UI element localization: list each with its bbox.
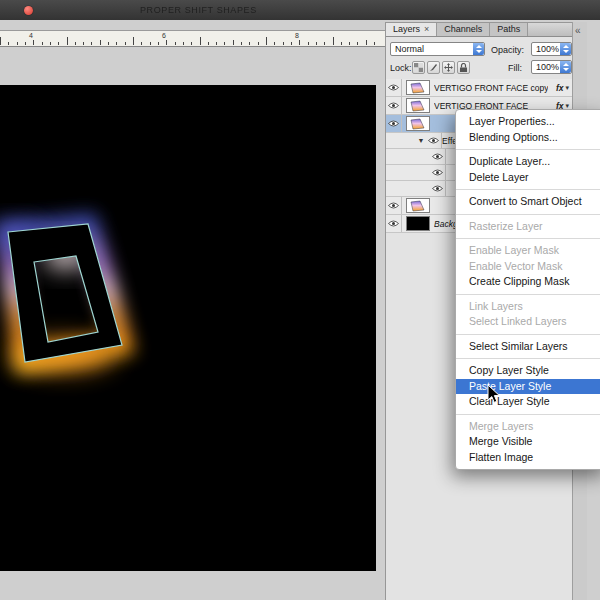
ruler-tick	[308, 42, 309, 45]
menu-item-convert-to-smart-object[interactable]: Convert to Smart Object	[456, 194, 600, 210]
ruler-tick	[83, 42, 84, 45]
tab-layers[interactable]: Layers×	[386, 23, 437, 36]
ruler-tick	[150, 42, 151, 45]
layer-thumbnail[interactable]	[406, 216, 430, 231]
menu-item-layer-properties[interactable]: Layer Properties...	[456, 114, 600, 130]
layer-visibility-toggle[interactable]	[386, 215, 402, 232]
ruler-tick	[258, 42, 259, 45]
layer-visibility-toggle[interactable]	[386, 79, 402, 96]
ruler-tick	[8, 42, 9, 45]
menu-item-paste-layer-style[interactable]: Paste Layer Style	[456, 379, 600, 395]
layer-visibility-toggle[interactable]	[386, 115, 402, 132]
menu-separator	[456, 334, 600, 335]
layer-thumbnail[interactable]	[406, 98, 430, 113]
menu-item-create-clipping-mask[interactable]: Create Clipping Mask	[456, 274, 600, 290]
titlebar: PROPER SHIFT SHAPES	[0, 0, 600, 20]
fill-input[interactable]: 100%	[531, 60, 572, 74]
layer-row[interactable]: VERTIGO FRONT FACE copyfx▾	[386, 79, 572, 97]
opacity-label: Opacity:	[491, 45, 524, 55]
ruler-number: 8	[295, 32, 299, 39]
layers-panel-controls: Normal Opacity: 100% Lock: Fill: 100%	[386, 37, 572, 81]
lock-move-icon[interactable]	[442, 61, 455, 74]
eye-icon	[432, 184, 443, 194]
layer-thumbnail[interactable]	[406, 80, 430, 95]
ruler-tick	[17, 42, 18, 45]
menu-separator	[456, 294, 600, 295]
window-title: PROPER SHIFT SHAPES	[140, 5, 257, 15]
effect-visibility-toggle[interactable]	[430, 149, 446, 164]
ruler-tick	[333, 37, 334, 45]
document-canvas[interactable]	[0, 85, 376, 571]
opacity-value: 100%	[536, 44, 559, 54]
ruler-tick	[357, 42, 358, 45]
ruler-tick	[116, 42, 117, 45]
layer-visibility-toggle[interactable]	[386, 97, 402, 114]
blend-mode-select[interactable]: Normal	[390, 42, 485, 56]
ruler-tick	[33, 40, 34, 45]
ruler-tick	[91, 42, 92, 45]
menu-item-select-linked-layers: Select Linked Layers	[456, 314, 600, 330]
stepper-icon[interactable]	[560, 61, 571, 73]
tab-channels[interactable]: Channels	[437, 23, 490, 36]
ruler-tick	[200, 37, 201, 45]
horizontal-ruler[interactable]: 468	[0, 30, 385, 47]
eye-icon	[388, 119, 399, 129]
menu-item-enable-layer-mask: Enable Layer Mask	[456, 243, 600, 259]
ruler-tick	[125, 42, 126, 45]
ruler-tick	[191, 42, 192, 45]
eye-icon	[388, 101, 399, 111]
collapse-dock-icon[interactable]: «	[575, 25, 581, 36]
ruler-tick	[299, 40, 300, 45]
effect-visibility-toggle[interactable]	[430, 181, 446, 196]
layer-name: VERTIGO FRONT FACE copy	[434, 83, 548, 93]
ruler-tick	[100, 40, 101, 45]
ruler-tick	[175, 42, 176, 45]
layer-visibility-toggle[interactable]	[386, 197, 402, 214]
ruler-tick	[75, 42, 76, 45]
menu-item-flatten-image[interactable]: Flatten Image	[456, 450, 600, 466]
layer-thumbnail[interactable]	[406, 116, 430, 131]
window-close-button[interactable]	[24, 6, 33, 15]
eye-icon	[388, 219, 399, 229]
menu-item-link-layers: Link Layers	[456, 299, 600, 315]
ruler-tick	[324, 42, 325, 45]
tab-close-icon[interactable]: ×	[424, 24, 429, 34]
triangle-down-icon[interactable]: ▼	[416, 137, 426, 144]
effect-visibility-toggle[interactable]	[426, 133, 442, 148]
chevron-down-icon[interactable]: ▾	[565, 84, 569, 92]
menu-item-blending-options[interactable]: Blending Options...	[456, 130, 600, 146]
menu-item-duplicate-layer[interactable]: Duplicate Layer...	[456, 154, 600, 170]
menu-separator	[456, 358, 600, 359]
menu-item-merge-visible[interactable]: Merge Visible	[456, 434, 600, 450]
ruler-tick	[216, 42, 217, 45]
menu-item-rasterize-layer: Rasterize Layer	[456, 219, 600, 235]
tab-channels-label: Channels	[444, 24, 482, 34]
ruler-tick	[233, 40, 234, 45]
opacity-input[interactable]: 100%	[531, 42, 572, 56]
ruler-number: 4	[29, 32, 33, 39]
layer-style-indicator[interactable]: fx▾	[556, 83, 572, 93]
lock-paint-icon[interactable]	[427, 61, 440, 74]
stepper-icon[interactable]	[473, 43, 484, 55]
panel-tab-bar: Layers× Channels Paths	[386, 23, 572, 37]
effect-visibility-toggle[interactable]	[430, 165, 446, 180]
menu-item-enable-vector-mask: Enable Vector Mask	[456, 259, 600, 275]
menu-item-delete-layer[interactable]: Delete Layer	[456, 170, 600, 186]
lock-transparency-icon[interactable]	[412, 61, 425, 74]
ruler-number: 6	[162, 32, 166, 39]
menu-item-select-similar-layers[interactable]: Select Similar Layers	[456, 339, 600, 355]
ruler-tick	[58, 42, 59, 45]
ruler-tick	[374, 42, 375, 45]
ruler-tick	[208, 42, 209, 45]
stepper-icon[interactable]	[560, 43, 571, 55]
ruler-tick	[183, 42, 184, 45]
tab-paths-label: Paths	[497, 24, 520, 34]
ruler-tick	[316, 42, 317, 45]
tab-paths[interactable]: Paths	[490, 23, 528, 36]
menu-item-clear-layer-style[interactable]: Clear Layer Style	[456, 394, 600, 410]
ruler-tick	[50, 42, 51, 45]
menu-item-merge-layers: Merge Layers	[456, 419, 600, 435]
lock-all-icon[interactable]	[457, 61, 470, 74]
layer-thumbnail[interactable]	[406, 198, 430, 213]
menu-item-copy-layer-style[interactable]: Copy Layer Style	[456, 363, 600, 379]
